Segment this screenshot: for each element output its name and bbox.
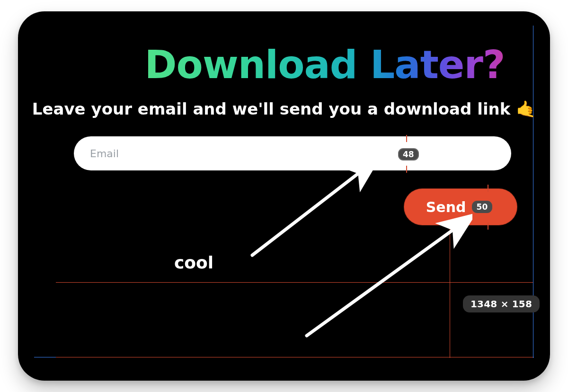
heading-word-download: Download (145, 42, 357, 87)
guide-red-horizontal (56, 357, 533, 357)
design-canvas: Download Later? Leave your email and we'… (18, 11, 550, 381)
size-badge-input-height: 48 (398, 148, 419, 160)
selection-size-badge: 1348 × 158 (463, 295, 540, 312)
heading: Download Later? (18, 45, 523, 84)
annotation-arrow-icon (297, 210, 472, 343)
size-badge-button-height: 50 (472, 201, 493, 213)
svg-line-0 (252, 168, 366, 255)
send-button-label: Send (426, 199, 466, 215)
measure-tick (406, 166, 407, 173)
annotation-text: cool (174, 253, 213, 272)
send-button[interactable]: Send 50 (404, 188, 517, 225)
guide-red-horizontal (56, 282, 533, 283)
measure-tick (488, 223, 488, 230)
measure-tick (406, 135, 407, 142)
svg-line-1 (307, 224, 461, 336)
subtitle: Leave your email and we'll send you a do… (18, 99, 550, 118)
measure-tick (488, 185, 488, 192)
email-input[interactable] (74, 136, 511, 170)
guide-red-vertical (450, 224, 450, 358)
heading-word-later: Later? (370, 42, 505, 87)
